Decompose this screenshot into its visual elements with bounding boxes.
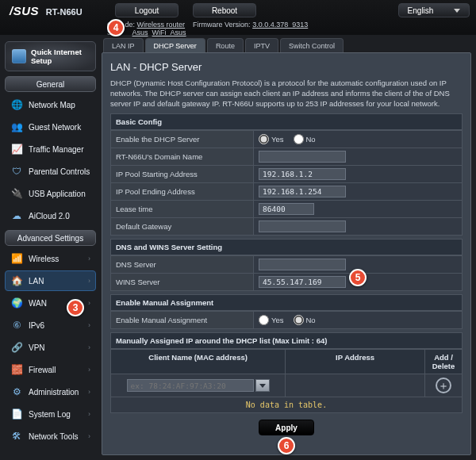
lease-time-input[interactable] bbox=[259, 203, 314, 215]
section-header-advanced: Advanced Settings bbox=[5, 230, 96, 246]
network-tools-icon: 🛠 bbox=[10, 430, 23, 443]
chevron-right-icon: › bbox=[88, 410, 90, 418]
ip-start-label: IP Pool Starting Address bbox=[111, 166, 254, 183]
traffic-manager-icon: 📈 bbox=[10, 143, 23, 155]
sidebar-item-label: USB Application bbox=[29, 190, 86, 198]
wins-server-input[interactable] bbox=[259, 276, 346, 288]
chevron-right-icon: › bbox=[88, 366, 90, 374]
top-bar: /SUS RT-N66U Logout Reboot English Oper … bbox=[0, 0, 476, 35]
tab-dhcp-server[interactable]: DHCP Server bbox=[145, 38, 205, 52]
chevron-right-icon: › bbox=[88, 255, 90, 263]
sidebar-item-label: System Log bbox=[29, 410, 71, 419]
sidebar-item-label: Traffic Manager bbox=[29, 145, 83, 154]
sidebar-item-parental-controls[interactable]: 🛡Parental Controls bbox=[5, 161, 96, 182]
qis-icon bbox=[12, 49, 26, 63]
enable-dhcp-no[interactable]: No bbox=[294, 134, 316, 144]
panel-description: DHCP (Dynamic Host Configuration Protoco… bbox=[110, 78, 463, 109]
sidebar-item-network-tools[interactable]: 🛠Network Tools› bbox=[5, 426, 96, 447]
chevron-right-icon: › bbox=[88, 321, 90, 329]
language-selector[interactable]: English bbox=[398, 3, 470, 17]
tab-bar: LAN IPDHCP ServerRouteIPTVSwitch Control bbox=[102, 35, 471, 52]
reboot-button[interactable]: Reboot bbox=[193, 3, 256, 17]
no-data-message: No data in table. bbox=[110, 397, 463, 413]
ipv6-icon: ⑥ bbox=[10, 319, 23, 332]
tab-lan-ip[interactable]: LAN IP bbox=[103, 38, 144, 52]
administration-icon: ⚙ bbox=[10, 385, 23, 398]
sidebar-item-usb-application[interactable]: 🔌USB Application bbox=[5, 183, 96, 204]
manual-assignment-label: Enable Manual Assignment bbox=[111, 312, 254, 329]
manual-no[interactable]: No bbox=[294, 315, 316, 325]
col-ip-header: IP Address bbox=[286, 350, 425, 374]
dhcp-panel: LAN - DHCP Server DHCP (Dynamic Host Con… bbox=[102, 52, 471, 455]
manual-assignment-table: Enable Manual Assignment Yes No bbox=[110, 311, 463, 329]
manual-no-radio[interactable] bbox=[294, 315, 304, 325]
sidebar-item-wan[interactable]: 🌍WAN› bbox=[5, 293, 96, 313]
ssid-label: SSI bbox=[107, 29, 119, 36]
manual-ip-input[interactable] bbox=[316, 380, 395, 392]
sidebar-item-aicloud-2-0[interactable]: ☁AiCloud 2.0 bbox=[5, 205, 96, 226]
network-map-icon: 🌐 bbox=[10, 98, 23, 111]
enable-dhcp-radio-group: Yes No bbox=[259, 134, 457, 144]
manual-yes-radio[interactable] bbox=[259, 315, 269, 325]
ssid-2: WiFi_Asus bbox=[152, 29, 186, 36]
tab-route[interactable]: Route bbox=[207, 38, 244, 52]
ip-start-input[interactable] bbox=[259, 168, 346, 180]
aicloud-2-0-icon: ☁ bbox=[10, 209, 23, 222]
system-log-icon: 📄 bbox=[10, 408, 23, 420]
enable-dhcp-no-radio[interactable] bbox=[294, 134, 304, 144]
logout-button[interactable]: Logout bbox=[115, 3, 178, 17]
mac-address-input[interactable] bbox=[127, 379, 254, 392]
section-header-general: General bbox=[5, 76, 96, 92]
tab-switch-control[interactable]: Switch Control bbox=[280, 38, 344, 52]
sidebar-item-system-log[interactable]: 📄System Log› bbox=[5, 404, 96, 424]
basic-config-table: Enable the DHCP Server Yes No RT-N66U's … bbox=[110, 130, 463, 236]
brand-model: RT-N66U bbox=[46, 7, 83, 17]
chevron-right-icon: › bbox=[88, 277, 90, 285]
sidebar-item-traffic-manager[interactable]: 📈Traffic Manager bbox=[5, 139, 96, 159]
op-mode-value[interactable]: Wireless router bbox=[137, 21, 186, 29]
sidebar-item-ipv6[interactable]: ⑥IPv6› bbox=[5, 315, 96, 335]
tab-iptv[interactable]: IPTV bbox=[245, 38, 278, 52]
lease-time-label: Lease time bbox=[111, 201, 254, 218]
wan-icon: 🌍 bbox=[10, 297, 23, 309]
op-mode-label: Oper de: bbox=[107, 21, 135, 29]
sidebar-item-firewall[interactable]: 🧱Firewall› bbox=[5, 359, 96, 380]
default-gateway-input[interactable] bbox=[259, 220, 346, 232]
chevron-down-icon bbox=[259, 384, 266, 388]
sidebar-item-vpn[interactable]: 🔗VPN› bbox=[5, 337, 96, 358]
quick-internet-setup-button[interactable]: Quick Internet Setup bbox=[5, 41, 96, 71]
sidebar-item-label: Network Tools bbox=[29, 432, 79, 441]
sidebar-item-label: AiCloud 2.0 bbox=[29, 212, 70, 220]
ip-end-label: IP Pool Ending Address bbox=[111, 183, 254, 201]
sidebar-item-network-map[interactable]: 🌐Network Map bbox=[5, 94, 96, 115]
col-action-header: Add / Delete bbox=[425, 350, 462, 374]
add-entry-button[interactable]: ＋ bbox=[436, 378, 451, 393]
sidebar-item-guest-network[interactable]: 👥Guest Network bbox=[5, 117, 96, 137]
chevron-right-icon: › bbox=[88, 388, 90, 396]
ssid-1: Asus bbox=[132, 29, 148, 36]
sidebar-item-label: VPN bbox=[29, 343, 45, 352]
mac-dropdown-button[interactable] bbox=[255, 379, 270, 392]
apply-button[interactable]: Apply bbox=[259, 420, 314, 435]
dns-wins-header: DNS and WINS Server Setting bbox=[110, 239, 463, 255]
fw-version[interactable]: 3.0.0.4.378_9313 bbox=[252, 21, 308, 29]
fw-label: Firmware Version: bbox=[193, 21, 251, 29]
enable-dhcp-yes-radio[interactable] bbox=[259, 134, 269, 144]
chevron-right-icon: › bbox=[88, 432, 90, 440]
enable-dhcp-yes[interactable]: Yes bbox=[259, 134, 284, 144]
wireless-icon: 📶 bbox=[10, 252, 23, 265]
domain-name-input[interactable] bbox=[259, 151, 346, 163]
sidebar-item-administration[interactable]: ⚙Administration› bbox=[5, 381, 96, 402]
basic-config-header: Basic Config bbox=[110, 113, 463, 130]
sidebar-item-wireless[interactable]: 📶Wireless› bbox=[5, 248, 96, 269]
manual-yes[interactable]: Yes bbox=[259, 315, 284, 325]
ip-end-input[interactable] bbox=[259, 186, 346, 197]
domain-name-label: RT-N66U's Domain Name bbox=[111, 148, 254, 166]
dns-server-input[interactable] bbox=[259, 259, 346, 270]
sidebar-item-lan[interactable]: 🏠LAN› bbox=[5, 270, 96, 291]
sidebar-item-label: Network Map bbox=[29, 101, 75, 109]
apply-row: Apply bbox=[110, 420, 463, 435]
enable-dhcp-label: Enable the DHCP Server bbox=[111, 131, 254, 148]
manual-assignment-header: Enable Manual Assignment bbox=[110, 294, 463, 311]
guest-network-icon: 👥 bbox=[10, 121, 23, 133]
